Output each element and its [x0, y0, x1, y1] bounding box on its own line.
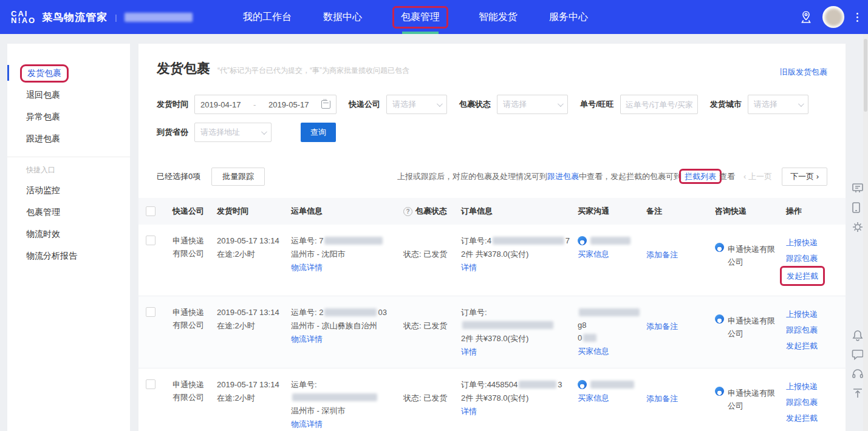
sidebar-item[interactable]: 发货包裹 [7, 62, 130, 84]
search-button[interactable]: 查询 [301, 123, 336, 142]
row-checkbox[interactable] [146, 236, 155, 245]
nav-item[interactable]: 数据中心 [322, 0, 363, 34]
ship-time-label: 发货时间 [157, 99, 188, 110]
calendar-icon [321, 100, 330, 109]
sidebar: 发货包裹 退回包裹 异常包裹 跟进包裹 快捷入口 活动监控 包裹管理 物流时效 … [7, 44, 130, 431]
transit-duration: 在途:2小时 [217, 392, 291, 404]
prev-page-button[interactable]: ‹ 上一页 [743, 171, 772, 182]
province-select[interactable]: 请选择地址 [194, 123, 272, 142]
order-detail-link[interactable]: 详情 [461, 261, 578, 274]
sidebar-item[interactable]: 活动监控 [7, 179, 130, 201]
courier-name: 申通快递有限公司 [173, 234, 208, 260]
packages-table: 快递公司 发货时间 运单信息 ?包裹状态 订单信息 买家沟通 备注 咨询快递 操… [138, 198, 846, 431]
location-pin-icon[interactable] [799, 10, 813, 24]
row-checkbox[interactable] [146, 307, 155, 317]
top-navbar: CAIN!AO 菜鸟物流管家 | 我的工作台 数据中心 包裹管理 智能发货 服务… [0, 0, 868, 34]
sidebar-item[interactable]: 包裹管理 [7, 201, 130, 223]
ship-time: 2019-05-17 13:14 [217, 378, 291, 391]
order-detail-link[interactable]: 详情 [461, 345, 578, 358]
intercept-link[interactable]: 发起拦截 [787, 268, 818, 283]
logistics-detail-link[interactable]: 物流详情 [291, 333, 403, 345]
number-search-input[interactable] [620, 95, 698, 114]
table-row: 申通快递有限公司 2019-05-17 13:14 在途:2小时 运单号: 温州… [138, 368, 846, 431]
nav-item[interactable]: 服务中心 [548, 0, 589, 34]
courier-label: 快递公司 [349, 99, 380, 110]
logo-divider: | [115, 13, 117, 22]
chevron-down-icon [261, 129, 267, 135]
avatar[interactable] [822, 6, 844, 28]
sidebar-item[interactable]: 退回包裹 [7, 84, 130, 106]
add-remark-link[interactable]: 添加备注 [646, 392, 678, 405]
sidebar-item[interactable]: 跟进包裹 [7, 127, 130, 149]
intercept-link[interactable]: 发起拦截 [786, 338, 818, 353]
route: 温州市 - 深圳市 [291, 404, 403, 417]
track-package-link[interactable]: 跟踪包裹 [786, 395, 845, 410]
report-courier-link[interactable]: 上报快递 [786, 307, 845, 322]
page-title: 发货包裹 [157, 59, 210, 78]
buyer-info-link[interactable]: 买家信息 [578, 392, 646, 404]
status-label: 包裹状态 [459, 99, 491, 110]
redacted-text [590, 381, 634, 389]
sidebar-divider [7, 157, 130, 157]
package-status: 状态: 已发货 [403, 249, 447, 259]
intercept-link[interactable]: 发起拦截 [786, 410, 818, 426]
date-end-value: 2019-05-17 [268, 100, 309, 109]
next-page-button[interactable]: 下一页 › [782, 168, 827, 186]
buyer-id: g8 [578, 306, 646, 331]
shop-name-redacted [125, 13, 193, 22]
track-package-link[interactable]: 跟踪包裹 [786, 322, 845, 338]
header-waybill: 运单信息 [291, 206, 403, 217]
header-ship-time: 发货时间 [217, 206, 291, 217]
header-consult: 咨询快递 [715, 206, 786, 217]
chevron-down-icon [558, 101, 564, 107]
hint-segment: 上报或跟踪后，对应的包裹及处理情况可到 [397, 172, 547, 181]
track-package-link[interactable]: 跟踪包裹 [786, 251, 845, 266]
sidebar-item[interactable]: 异常包裹 [7, 106, 130, 127]
add-remark-link[interactable]: 添加备注 [646, 248, 678, 261]
redacted-text [590, 237, 630, 245]
redacted-text [519, 381, 556, 389]
legacy-version-link[interactable]: 旧版发货包裹 [780, 67, 827, 78]
nav-item[interactable]: 包裹管理 [392, 0, 448, 34]
redacted-text [462, 321, 553, 329]
row-checkbox[interactable] [146, 379, 155, 389]
header-courier: 快递公司 [173, 206, 217, 217]
buyer-info-link[interactable]: 买家信息 [578, 248, 646, 260]
add-remark-link[interactable]: 添加备注 [646, 320, 678, 333]
table-row: 申通快递有限公司 2019-05-17 13:14 在途:2小时 运单号: 20… [138, 296, 846, 368]
buyer-info-link[interactable]: 买家信息 [578, 345, 646, 358]
select-all-checkbox[interactable] [146, 206, 155, 216]
cainiao-logo-mark: CAIN!AO [11, 10, 36, 24]
sidebar-item[interactable]: 物流分析报告 [7, 245, 130, 266]
logistics-detail-link[interactable]: 物流详情 [291, 418, 403, 430]
logistics-detail-link[interactable]: 物流详情 [291, 261, 403, 274]
header-ops: 操作 [786, 206, 845, 217]
package-status: 状态: 已发货 [403, 393, 447, 402]
date-range-input[interactable]: 2019-04-17 - 2019-05-17 [194, 95, 337, 114]
province-label: 到货省份 [157, 127, 188, 138]
order-detail-link[interactable]: 详情 [461, 405, 578, 418]
nav-item[interactable]: 智能发货 [477, 0, 519, 34]
buyer-id [578, 234, 646, 247]
buyer-id [578, 378, 646, 391]
date-separator: - [253, 100, 256, 109]
more-menu-icon[interactable] [854, 10, 861, 24]
cainiao-logo: CAIN!AO 菜鸟物流管家 | [11, 10, 193, 24]
table-header-row: 快递公司 发货时间 运单信息 ?包裹状态 订单信息 买家沟通 备注 咨询快递 操… [138, 198, 846, 225]
avatar-photo-redacted [825, 8, 842, 26]
order-number: 订单号: [461, 306, 578, 331]
report-courier-link[interactable]: 上报快递 [786, 235, 845, 250]
status-select[interactable]: 请选择 [497, 95, 568, 114]
city-select[interactable]: 请选择 [748, 95, 808, 114]
scrollbar-thumb[interactable] [864, 39, 867, 112]
redacted-text [579, 308, 640, 316]
nav-item[interactable]: 我的工作台 [242, 0, 293, 34]
sidebar-item[interactable]: 物流时效 [7, 223, 130, 245]
hint-link[interactable]: 拦截列表 [679, 169, 722, 184]
hint-link[interactable]: 跟进包裹 [547, 172, 579, 181]
report-courier-link[interactable]: 上报快递 [786, 379, 845, 394]
courier-select[interactable]: 请选择 [386, 95, 447, 114]
help-icon[interactable]: ? [403, 207, 412, 216]
scrollbar[interactable] [863, 34, 868, 431]
batch-track-button[interactable]: 批量跟踪 [211, 168, 265, 186]
